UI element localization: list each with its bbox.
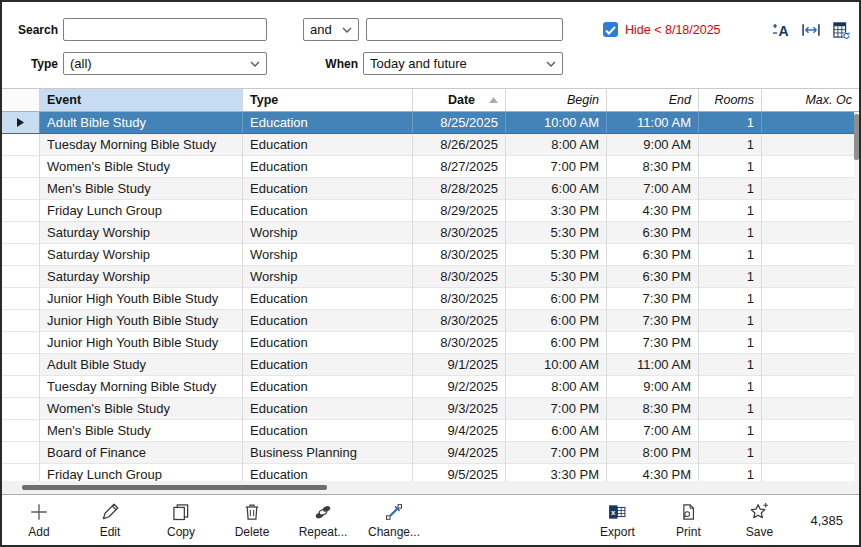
- cell-max-occupancy[interactable]: [762, 156, 859, 178]
- table-row[interactable]: Junior High Youth Bible StudyEducation8/…: [2, 332, 859, 354]
- cell-type[interactable]: Education: [243, 156, 413, 178]
- cell-date[interactable]: 9/4/2025: [413, 420, 506, 442]
- cell-event[interactable]: Men's Bible Study: [40, 178, 243, 200]
- search-input[interactable]: [63, 18, 267, 41]
- cell-event[interactable]: Saturday Worship: [40, 244, 243, 266]
- cell-rooms[interactable]: 1: [699, 442, 762, 464]
- save-button[interactable]: Save: [730, 497, 788, 543]
- cell-begin[interactable]: 6:00 PM: [506, 288, 607, 310]
- delete-button[interactable]: Delete: [223, 497, 281, 543]
- cell-type[interactable]: Worship: [243, 266, 413, 288]
- cell-begin[interactable]: 6:00 PM: [506, 332, 607, 354]
- row-indicator-cell[interactable]: [2, 398, 40, 420]
- cell-rooms[interactable]: 1: [699, 156, 762, 178]
- cell-end[interactable]: 7:00 AM: [607, 178, 699, 200]
- cell-rooms[interactable]: 1: [699, 332, 762, 354]
- selected-row-arrow-icon[interactable]: [2, 112, 40, 134]
- table-row[interactable]: Adult Bible StudyEducation9/1/202510:00 …: [2, 354, 859, 376]
- table-row[interactable]: Saturday WorshipWorship8/30/20255:30 PM6…: [2, 222, 859, 244]
- cell-date[interactable]: 8/30/2025: [413, 332, 506, 354]
- cell-begin[interactable]: 7:00 PM: [506, 156, 607, 178]
- cell-date[interactable]: 9/5/2025: [413, 464, 506, 481]
- cell-rooms[interactable]: 1: [699, 288, 762, 310]
- cell-max-occupancy[interactable]: [762, 354, 859, 376]
- horizontal-scrollbar[interactable]: [2, 481, 859, 494]
- cell-event[interactable]: Women's Bible Study: [40, 398, 243, 420]
- edit-button[interactable]: Edit: [81, 497, 139, 543]
- cell-event[interactable]: Adult Bible Study: [40, 354, 243, 376]
- cell-date[interactable]: 8/25/2025: [413, 112, 506, 134]
- cell-type[interactable]: Education: [243, 464, 413, 481]
- cell-type[interactable]: Education: [243, 112, 413, 134]
- cell-begin[interactable]: 3:30 PM: [506, 464, 607, 481]
- cell-begin[interactable]: 3:30 PM: [506, 200, 607, 222]
- row-indicator-cell[interactable]: [2, 222, 40, 244]
- hide-past-label[interactable]: Hide < 8/18/2025: [625, 23, 721, 37]
- cell-type[interactable]: Education: [243, 398, 413, 420]
- cell-begin[interactable]: 5:30 PM: [506, 244, 607, 266]
- cell-begin[interactable]: 8:00 AM: [506, 376, 607, 398]
- table-row[interactable]: Friday Lunch GroupEducation8/29/20253:30…: [2, 200, 859, 222]
- cell-end[interactable]: 4:30 PM: [607, 464, 699, 481]
- cell-begin[interactable]: 7:00 PM: [506, 442, 607, 464]
- column-header-rooms[interactable]: Rooms: [699, 89, 762, 111]
- cell-max-occupancy[interactable]: [762, 222, 859, 244]
- row-indicator-cell[interactable]: [2, 288, 40, 310]
- cell-end[interactable]: 7:30 PM: [607, 310, 699, 332]
- table-row[interactable]: Tuesday Morning Bible StudyEducation9/2/…: [2, 376, 859, 398]
- cell-type[interactable]: Education: [243, 376, 413, 398]
- cell-rooms[interactable]: 1: [699, 420, 762, 442]
- cell-rooms[interactable]: 1: [699, 178, 762, 200]
- cell-end[interactable]: 4:30 PM: [607, 200, 699, 222]
- when-select[interactable]: Today and future: [363, 52, 563, 75]
- cell-max-occupancy[interactable]: [762, 134, 859, 156]
- cell-date[interactable]: 9/3/2025: [413, 398, 506, 420]
- cell-type[interactable]: Education: [243, 310, 413, 332]
- cell-end[interactable]: 11:00 AM: [607, 354, 699, 376]
- cell-max-occupancy[interactable]: [762, 332, 859, 354]
- vertical-scrollbar-thumb[interactable]: [854, 114, 859, 160]
- column-header-max-occupancy[interactable]: Max. Oc: [762, 89, 859, 111]
- cell-date[interactable]: 9/4/2025: [413, 442, 506, 464]
- cell-event[interactable]: Tuesday Morning Bible Study: [40, 376, 243, 398]
- cell-type[interactable]: Education: [243, 420, 413, 442]
- row-indicator-cell[interactable]: [2, 376, 40, 398]
- table-row[interactable]: Junior High Youth Bible StudyEducation8/…: [2, 310, 859, 332]
- search-operator-select[interactable]: and: [303, 18, 359, 41]
- table-row[interactable]: Adult Bible StudyEducation8/25/202510:00…: [2, 112, 859, 134]
- column-header-date[interactable]: Date: [413, 89, 506, 111]
- table-row[interactable]: Women's Bible StudyEducation8/27/20257:0…: [2, 156, 859, 178]
- cell-begin[interactable]: 5:30 PM: [506, 266, 607, 288]
- cell-end[interactable]: 7:30 PM: [607, 332, 699, 354]
- cell-event[interactable]: Friday Lunch Group: [40, 464, 243, 481]
- cell-max-occupancy[interactable]: [762, 442, 859, 464]
- cell-max-occupancy[interactable]: [762, 310, 859, 332]
- cell-max-occupancy[interactable]: [762, 266, 859, 288]
- cell-date[interactable]: 9/1/2025: [413, 354, 506, 376]
- cell-date[interactable]: 8/28/2025: [413, 178, 506, 200]
- cell-type[interactable]: Education: [243, 332, 413, 354]
- cell-type[interactable]: Business Planning: [243, 442, 413, 464]
- cell-max-occupancy[interactable]: [762, 200, 859, 222]
- table-row[interactable]: Women's Bible StudyEducation9/3/20257:00…: [2, 398, 859, 420]
- cell-date[interactable]: 8/30/2025: [413, 222, 506, 244]
- table-row[interactable]: Saturday WorshipWorship8/30/20255:30 PM6…: [2, 266, 859, 288]
- cell-event[interactable]: Women's Bible Study: [40, 156, 243, 178]
- cell-event[interactable]: Junior High Youth Bible Study: [40, 332, 243, 354]
- cell-rooms[interactable]: 1: [699, 134, 762, 156]
- cell-date[interactable]: 8/30/2025: [413, 266, 506, 288]
- cell-max-occupancy[interactable]: [762, 244, 859, 266]
- row-indicator-cell[interactable]: [2, 134, 40, 156]
- cell-date[interactable]: 8/26/2025: [413, 134, 506, 156]
- cell-type[interactable]: Education: [243, 200, 413, 222]
- table-row[interactable]: Junior High Youth Bible StudyEducation8/…: [2, 288, 859, 310]
- export-button[interactable]: xExport: [588, 497, 646, 543]
- horizontal-scrollbar-thumb[interactable]: [22, 485, 327, 490]
- cell-end[interactable]: 6:30 PM: [607, 266, 699, 288]
- row-indicator-cell[interactable]: [2, 178, 40, 200]
- cell-rooms[interactable]: 1: [699, 464, 762, 481]
- cell-begin[interactable]: 10:00 AM: [506, 354, 607, 376]
- cell-begin[interactable]: 7:00 PM: [506, 398, 607, 420]
- cell-date[interactable]: 8/30/2025: [413, 244, 506, 266]
- cell-begin[interactable]: 10:00 AM: [506, 112, 607, 134]
